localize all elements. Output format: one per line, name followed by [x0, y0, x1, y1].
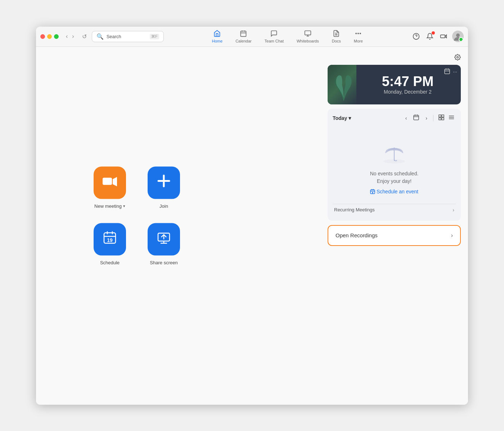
new-meeting-small-button[interactable] [438, 31, 449, 41]
calendar-icon [240, 30, 247, 38]
calendar-grid-view-button[interactable] [437, 114, 446, 122]
calendar-list-view-button[interactable] [447, 114, 456, 122]
clock-calendar-button[interactable] [444, 68, 450, 75]
clock-more-button[interactable]: ··· [453, 68, 457, 75]
search-bar[interactable]: 🔍 Search ⌘F [92, 31, 164, 42]
svg-point-9 [356, 33, 357, 34]
new-meeting-label: New meeting ▾ [94, 203, 125, 208]
svg-point-18 [457, 56, 459, 58]
join-button[interactable] [148, 166, 180, 199]
svg-rect-40 [439, 115, 441, 117]
svg-rect-36 [414, 115, 419, 120]
calendar-add-icon [370, 189, 375, 194]
chevron-down-icon: ▾ [348, 115, 351, 121]
avatar[interactable] [452, 31, 464, 42]
history-button[interactable]: ↺ [80, 32, 89, 41]
calendar-section: Today ▾ ‹ › [328, 109, 461, 221]
svg-marker-20 [113, 177, 117, 186]
home-icon [213, 30, 221, 38]
action-grid: New meeting ▾ Join [94, 166, 180, 265]
title-bar: ‹ › ↺ 🔍 Search ⌘F Home [36, 27, 468, 47]
calendar-header: Today ▾ ‹ › [333, 114, 456, 122]
schedule-event-link[interactable]: Schedule an event [370, 189, 418, 194]
svg-rect-19 [103, 178, 112, 185]
tab-teamchat-label: Team Chat [265, 39, 284, 43]
minimize-button[interactable] [47, 34, 52, 39]
recurring-meetings-arrow-icon: › [453, 207, 454, 213]
calendar-nav: ‹ › [403, 114, 456, 122]
maximize-button[interactable] [54, 34, 59, 39]
search-placeholder-text: Search [107, 34, 147, 39]
clock-card: 5:47 PM Monday, December 2 ··· [328, 65, 461, 104]
tab-whiteboards-label: Whiteboards [297, 39, 319, 43]
new-meeting-button[interactable] [94, 166, 126, 199]
tab-more-label: More [354, 39, 363, 43]
upload-icon [157, 231, 171, 248]
empty-state: No events scheduled. Enjoy your day! Sch… [333, 128, 456, 202]
svg-text:19: 19 [107, 237, 113, 243]
app-window: ‹ › ↺ 🔍 Search ⌘F Home [36, 27, 468, 405]
close-button[interactable] [40, 34, 45, 39]
dropdown-arrow-icon: ▾ [123, 203, 125, 208]
svg-point-17 [456, 33, 460, 37]
clock-time: 5:47 PM [382, 75, 434, 88]
svg-rect-14 [441, 35, 445, 38]
forward-button[interactable]: › [71, 32, 75, 40]
svg-rect-42 [439, 118, 441, 120]
notifications-wrap [425, 31, 435, 41]
recurring-meetings-label: Recurring Meetings [334, 207, 375, 212]
notification-badge [432, 31, 435, 35]
new-meeting-action: New meeting ▾ [94, 166, 126, 208]
title-right-actions [411, 31, 464, 42]
schedule-button[interactable]: 19 [94, 223, 126, 255]
search-icon: 🔍 [96, 33, 104, 40]
calendar-prev-button[interactable]: ‹ [403, 115, 409, 122]
recordings-arrow-icon: › [451, 232, 453, 239]
share-screen-label: Share screen [150, 260, 177, 265]
today-button[interactable]: Today ▾ [333, 115, 351, 121]
nav-tabs: Home Calendar Team Chat [167, 28, 408, 45]
main-content: New meeting ▾ Join [36, 47, 468, 405]
tab-docs-label: Docs [332, 39, 341, 43]
tab-whiteboards[interactable]: Whiteboards [290, 28, 325, 45]
calendar-nav-divider [433, 115, 433, 121]
umbrella-illustration [378, 135, 410, 164]
schedule-label: Schedule [100, 260, 120, 265]
svg-point-11 [360, 33, 361, 34]
share-screen-button[interactable] [148, 223, 180, 255]
recordings-card[interactable]: Open Recordings › [328, 225, 461, 246]
docs-icon [333, 30, 340, 38]
tab-more[interactable]: More [347, 28, 369, 45]
tab-home-label: Home [212, 39, 222, 43]
plus-icon [157, 174, 171, 191]
clock-bg-decoration [328, 65, 356, 104]
tab-teamchat[interactable]: Team Chat [258, 28, 290, 45]
schedule-action: 19 Schedule [94, 223, 126, 265]
calendar-icon: 19 [103, 231, 117, 248]
svg-point-10 [358, 33, 359, 34]
settings-button[interactable] [453, 53, 462, 64]
tab-calendar-label: Calendar [235, 39, 252, 43]
tab-calendar[interactable]: Calendar [229, 28, 258, 45]
back-button[interactable]: ‹ [64, 32, 69, 40]
recordings-label: Open Recordings [336, 232, 378, 238]
svg-point-49 [394, 147, 395, 148]
calendar-view-buttons [437, 114, 456, 122]
share-screen-action: Share screen [148, 223, 180, 265]
tab-home[interactable]: Home [206, 28, 229, 45]
calendar-next-button[interactable]: › [423, 115, 429, 122]
traffic-lights [40, 34, 59, 39]
svg-rect-4 [305, 31, 311, 35]
empty-state-text: No events scheduled. Enjoy your day! [370, 170, 419, 185]
video-camera-icon [103, 175, 117, 190]
join-action: Join [148, 166, 180, 208]
nav-arrows: ‹ › [64, 32, 76, 40]
tab-docs[interactable]: Docs [325, 28, 347, 45]
search-shortcut: ⌘F [150, 34, 159, 39]
calendar-date-icon-button[interactable] [411, 114, 421, 122]
chat-icon [270, 30, 278, 38]
recurring-meetings[interactable]: Recurring Meetings › [333, 204, 456, 216]
whiteboard-icon [304, 30, 311, 38]
help-button[interactable] [411, 31, 421, 41]
join-label: Join [159, 203, 168, 208]
